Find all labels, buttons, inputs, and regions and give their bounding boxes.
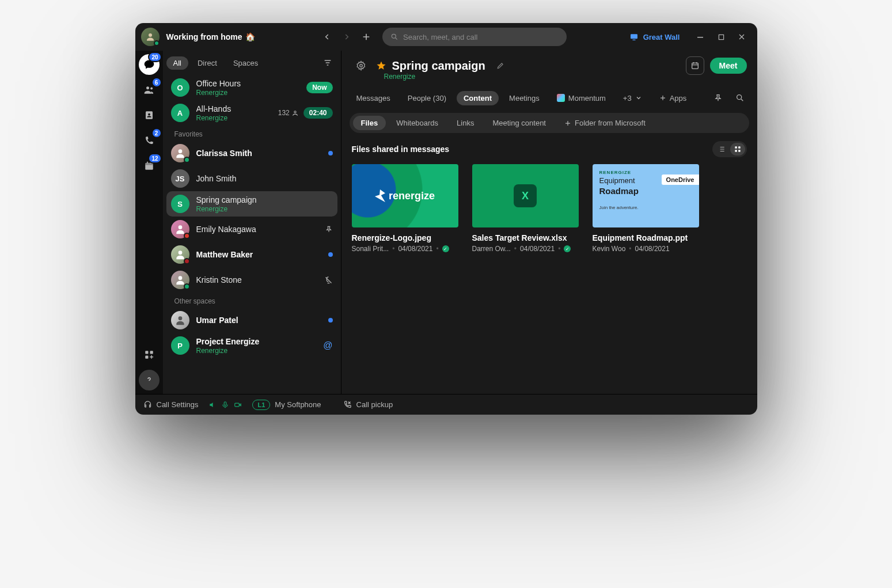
list-item-office-hours[interactable]: O Office Hours Renergize Now [166,75,337,100]
svg-rect-12 [147,162,148,164]
minimize-button[interactable] [690,28,711,46]
plus-icon [564,120,571,127]
svg-point-6 [146,86,149,89]
search-in-space-button[interactable] [731,89,749,107]
tab-momentum[interactable]: Momentum [550,91,613,105]
mic-icon [221,401,229,409]
list-item-emily[interactable]: Emily Nakagawa [166,217,337,242]
room-indicator[interactable]: Great Wall [629,32,680,41]
file-card[interactable]: RENERGIZE Equipment Roadmap Join the adv… [593,164,699,253]
list-item-project-energize[interactable]: P Project Energize Renergize @ [166,333,337,358]
view-list-button[interactable] [714,143,729,155]
headset-icon [143,400,152,409]
view-grid-button[interactable] [730,143,745,155]
rail-messaging[interactable]: 20 [139,54,160,75]
rail-messaging-badge: 20 [148,52,161,62]
svg-rect-15 [150,351,153,354]
list-item-spring-campaign[interactable]: S Spring campaign Renergize [166,191,337,217]
maximize-button[interactable] [711,28,731,46]
row-title: Office Hours [196,79,300,88]
verified-icon: ✓ [564,245,571,252]
list-item-kristin[interactable]: Kristin Stone [166,267,337,293]
tab-overflow[interactable]: +3 [616,91,649,105]
chevron-down-icon [635,94,642,101]
call-pickup-button[interactable]: Call pickup [343,400,393,409]
schedule-button[interactable] [686,56,704,75]
call-settings-label: Call Settings [157,400,199,409]
tab-people[interactable]: People (30) [401,91,453,105]
nav-forward-button[interactable] [337,28,356,46]
time-badge: 02:40 [303,107,333,119]
search-input[interactable]: Search, meet, and call [382,28,567,46]
self-avatar[interactable] [141,28,160,46]
space-settings-button[interactable] [352,56,370,75]
list-item-umar[interactable]: Umar Patel [166,308,337,333]
softphone-button[interactable]: L1 My Softphone [252,400,321,410]
call-settings-button[interactable]: Call Settings [143,400,199,409]
filter-options-button[interactable] [320,55,335,70]
favorite-star[interactable] [376,60,386,71]
svg-rect-24 [692,63,698,69]
edit-space-button[interactable] [491,56,510,75]
section-other-spaces: Other spaces [166,293,337,308]
avatar: O [171,78,189,97]
tab-messages[interactable]: Messages [350,91,397,105]
subtab-links[interactable]: Links [449,116,482,130]
tab-content[interactable]: Content [457,91,499,105]
nav-back-button[interactable] [318,28,336,46]
filter-direct[interactable]: Direct [191,56,224,70]
presence-status[interactable]: Working from home 🏠 [166,32,256,41]
file-card[interactable]: renergize Renergize-Logo.jpeg Sonali Pri… [352,164,458,253]
row-title: Emily Nakagawa [196,225,318,234]
pencil-icon [496,62,504,70]
help-icon [145,375,154,385]
rail-contacts[interactable] [139,105,160,126]
rail-calls[interactable]: 2 [139,130,160,151]
file-meta: Kevin Woo• 04/08/2021 [593,245,699,253]
rail-calendar[interactable]: 12 [139,155,160,176]
avatar [171,311,189,329]
filter-spaces[interactable]: Spaces [226,56,265,70]
list-item-john[interactable]: JS John Smith [166,166,337,191]
tab-apps[interactable]: Apps [652,91,694,105]
file-thumbnail: RENERGIZE Equipment Roadmap Join the adv… [593,164,699,227]
app-body: 20 6 2 12 [135,51,757,394]
meet-button[interactable]: Meet [710,58,747,74]
avatar [171,245,189,264]
new-button[interactable] [357,28,375,46]
camera-icon [234,401,242,409]
list-item-all-hands[interactable]: A All-Hands Renergize 132 02:40 [166,100,337,126]
row-org: Renergize [196,205,333,213]
svg-point-23 [359,65,362,67]
tab-momentum-label: Momentum [568,94,606,103]
display-icon [629,32,639,41]
close-button[interactable] [731,28,752,46]
subtab-whiteboards[interactable]: Whiteboards [388,116,446,130]
room-label: Great Wall [643,33,680,41]
svg-rect-2 [631,34,637,39]
list-item-clarissa[interactable]: Clarissa Smith [166,141,337,166]
svg-rect-4 [697,37,703,38]
file-thumbnail: X [472,164,579,227]
rail-teams[interactable]: 6 [139,79,160,100]
audio-devices[interactable] [208,401,242,409]
file-card[interactable]: X Sales Target Review.xlsx Darren Ow...•… [472,164,579,253]
file-meta: Sonali Prit...• 04/08/2021• ✓ [352,245,458,253]
subtab-meeting-content[interactable]: Meeting content [484,116,554,130]
pin-outline-icon [713,93,723,103]
tab-meetings[interactable]: Meetings [502,91,546,105]
pin-content-button[interactable] [709,89,727,107]
svg-rect-30 [225,401,227,405]
svg-rect-28 [735,150,737,152]
row-org: Renergize [196,89,300,97]
list-item-matthew[interactable]: Matthew Baker [166,242,337,267]
rail-help[interactable] [139,370,160,390]
subtab-add-folder[interactable]: Folder from Microsoft [556,116,654,130]
app-window: Working from home 🏠 Search, meet, and ca… [135,23,757,415]
subtab-files[interactable]: Files [353,116,386,130]
rail-apps[interactable] [139,344,160,365]
filter-all[interactable]: All [166,56,188,70]
presence-dot [154,40,160,46]
row-title: Project Energize [196,337,317,346]
rail-calendar-badge: 12 [148,153,161,164]
